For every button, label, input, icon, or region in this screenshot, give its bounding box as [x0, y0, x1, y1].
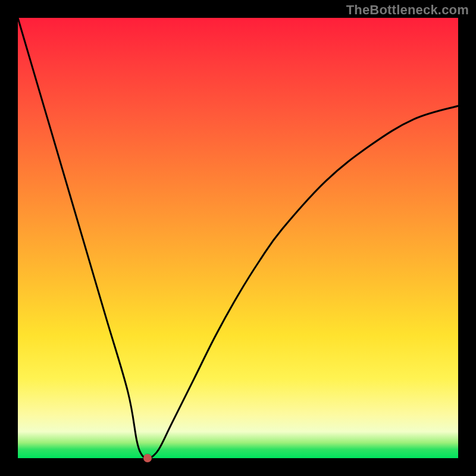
plot-area — [18, 18, 458, 458]
bottleneck-curve — [18, 18, 462, 459]
curve-svg — [18, 18, 458, 458]
chart-frame: TheBottleneck.com — [0, 0, 476, 476]
watermark-text: TheBottleneck.com — [346, 2, 469, 18]
min-point-marker — [143, 454, 152, 462]
